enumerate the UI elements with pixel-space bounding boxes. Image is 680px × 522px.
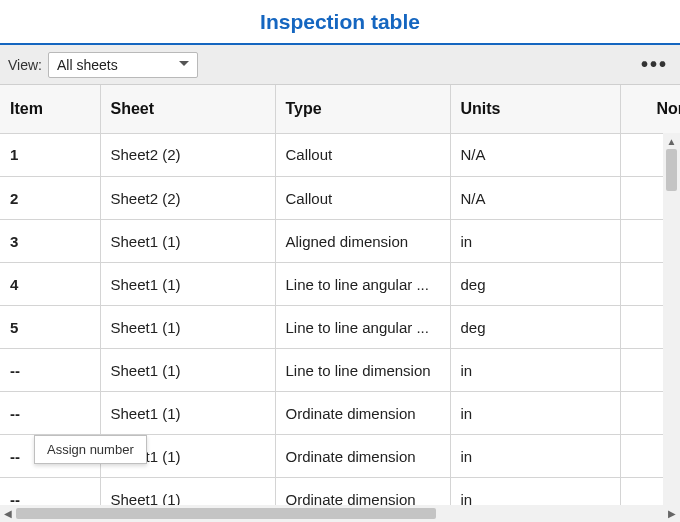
cell-sheet: Sheet1 (1) — [100, 220, 275, 263]
cell-units: deg — [450, 263, 620, 306]
cell-item: -- — [0, 435, 100, 478]
panel-title: Inspection table — [0, 0, 680, 45]
cell-units: in — [450, 435, 620, 478]
cell-sheet: Sheet2 (2) — [100, 177, 275, 220]
cell-type: Line to line angular ... — [275, 306, 450, 349]
cell-sheet: Sheet1 (1) — [100, 349, 275, 392]
chevron-down-icon — [177, 57, 191, 71]
vertical-scroll-thumb[interactable] — [666, 149, 677, 191]
cell-units: in — [450, 392, 620, 435]
inspection-table-header: Item Sheet Type Units Nominal — [0, 85, 680, 134]
view-select[interactable]: All sheets — [48, 52, 198, 78]
table-row[interactable]: 1Sheet2 (2)CalloutN/A1. — [0, 134, 680, 177]
cell-type: Aligned dimension — [275, 220, 450, 263]
table-row[interactable]: 5Sheet1 (1)Line to line angular ...deg75… — [0, 306, 680, 349]
cell-type: Line to line dimension — [275, 349, 450, 392]
more-menu-button[interactable]: ••• — [641, 55, 668, 73]
cell-units: N/A — [450, 134, 620, 177]
vertical-scrollbar[interactable]: ▲ — [663, 133, 680, 522]
col-header-item[interactable]: Item — [0, 85, 100, 133]
view-select-value: All sheets — [57, 57, 118, 73]
cell-type: Callout — [275, 177, 450, 220]
scroll-right-arrow-icon[interactable]: ▶ — [664, 505, 680, 522]
horizontal-scroll-thumb[interactable] — [16, 508, 436, 519]
cell-item: -- — [0, 392, 100, 435]
cell-type: Ordinate dimension — [275, 392, 450, 435]
inspection-panel: Inspection table View: All sheets ••• It… — [0, 0, 680, 522]
table-header-wrap: Item Sheet Type Units Nominal — [0, 85, 680, 134]
col-header-units[interactable]: Units — [450, 85, 620, 133]
cell-type: Callout — [275, 134, 450, 177]
table-row[interactable]: --Sheet1 (1)Ordinate dimensionin.23 — [0, 435, 680, 478]
scroll-left-arrow-icon[interactable]: ◀ — [0, 505, 16, 522]
table-row[interactable]: 2Sheet2 (2)CalloutN/A2. — [0, 177, 680, 220]
cell-sheet: Sheet1 (1) — [100, 435, 275, 478]
cell-item: 5 — [0, 306, 100, 349]
table-row[interactable]: --Sheet1 (1)Ordinate dimensionin.00 — [0, 392, 680, 435]
cell-sheet: Sheet1 (1) — [100, 263, 275, 306]
cell-sheet: Sheet2 (2) — [100, 134, 275, 177]
cell-units: in — [450, 220, 620, 263]
col-header-sheet[interactable]: Sheet — [100, 85, 275, 133]
table-row[interactable]: 3Sheet1 (1)Aligned dimensionin.89 — [0, 220, 680, 263]
cell-type: Line to line angular ... — [275, 263, 450, 306]
cell-type: Ordinate dimension — [275, 435, 450, 478]
table-row[interactable]: 4Sheet1 (1)Line to line angular ...deg32… — [0, 263, 680, 306]
inspection-table-body: 1Sheet2 (2)CalloutN/A1.2Sheet2 (2)Callou… — [0, 134, 680, 522]
cell-item: -- — [0, 349, 100, 392]
horizontal-scrollbar[interactable]: ◀ ▶ — [0, 505, 680, 522]
col-header-type[interactable]: Type — [275, 85, 450, 133]
cell-sheet: Sheet1 (1) — [100, 306, 275, 349]
table-row[interactable]: --Sheet1 (1)Line to line dimensionin.33 — [0, 349, 680, 392]
cell-item: 4 — [0, 263, 100, 306]
table-body-wrap: 1Sheet2 (2)CalloutN/A1.2Sheet2 (2)Callou… — [0, 134, 680, 523]
cell-units: deg — [450, 306, 620, 349]
cell-sheet: Sheet1 (1) — [100, 392, 275, 435]
cell-units: N/A — [450, 177, 620, 220]
cell-item: 1 — [0, 134, 100, 177]
col-header-nominal[interactable]: Nominal — [620, 85, 680, 133]
scroll-up-arrow-icon[interactable]: ▲ — [663, 133, 680, 149]
toolbar: View: All sheets ••• — [0, 45, 680, 85]
cell-item: 2 — [0, 177, 100, 220]
table-area: Item Sheet Type Units Nominal 1Sheet2 (2… — [0, 85, 680, 522]
cell-units: in — [450, 349, 620, 392]
view-label: View: — [8, 57, 42, 73]
horizontal-scroll-track[interactable] — [16, 505, 664, 522]
cell-item: 3 — [0, 220, 100, 263]
